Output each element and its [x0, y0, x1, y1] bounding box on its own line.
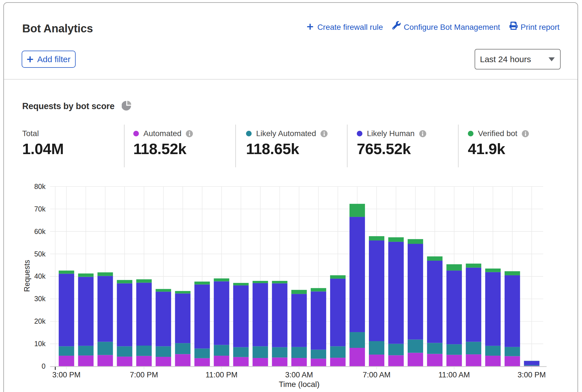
- likely-human-dot: [357, 131, 362, 136]
- add-filter-button[interactable]: Add filter: [22, 51, 76, 68]
- automated-dot: [133, 131, 139, 136]
- x-tick-label: 3:00 AM: [285, 371, 313, 379]
- bar-segment-automated: [194, 358, 210, 366]
- bar-segment-verified_bot: [175, 291, 191, 294]
- stat-automated-value: 118.52k: [133, 140, 193, 157]
- wrench-icon: [392, 21, 401, 30]
- bar-segment-likely_human: [59, 274, 74, 346]
- bar-segment-likely_automated: [485, 346, 501, 356]
- bar-segment-likely_automated: [388, 344, 404, 355]
- bar-segment-likely_automated: [369, 341, 384, 355]
- info-icon[interactable]: [186, 130, 193, 137]
- bar-segment-likely_human: [485, 272, 501, 346]
- stat-likely-automated-value: 118.65k: [246, 140, 328, 157]
- x-tick-label: 7:00 AM: [363, 371, 391, 379]
- bar-segment-automated: [408, 353, 423, 366]
- bar-segment-verified_bot: [446, 264, 462, 271]
- info-icon[interactable]: [419, 130, 426, 137]
- bar-segment-likely_human: [272, 283, 287, 347]
- bar-segment-likely_human: [233, 285, 249, 347]
- bar-segment-likely_human: [427, 261, 443, 343]
- x-tick-label: 7:00 PM: [130, 371, 158, 379]
- bar-segment-likely_automated: [330, 346, 346, 358]
- configure-bot-management-link[interactable]: Configure Bot Management: [392, 23, 500, 32]
- create-firewall-rule-link[interactable]: Create firewall rule: [306, 23, 383, 32]
- info-icon[interactable]: [522, 130, 529, 137]
- bar-segment-likely_automated: [311, 350, 326, 359]
- bar-segment-likely_human: [505, 275, 520, 347]
- bar-segment-automated: [98, 355, 113, 366]
- chevron-down-icon: [549, 57, 555, 61]
- bar-segment-likely_automated: [233, 347, 249, 357]
- requests-by-bot-score-chart: 010k20k30k40k50k60k70k80k3:00 PM7:00 PM1…: [0, 169, 582, 392]
- y-axis-title: Requests: [23, 260, 31, 292]
- bar-segment-verified_bot: [78, 274, 94, 277]
- info-icon[interactable]: [321, 130, 328, 137]
- bar-segment-verified_bot: [136, 279, 152, 283]
- bar-segment-verified_bot: [330, 275, 346, 279]
- y-tick-label: 70k: [34, 205, 46, 213]
- bar-segment-likely_automated: [272, 347, 287, 358]
- stat-automated-label: Automated: [143, 129, 181, 138]
- y-tick-label: 40k: [34, 272, 46, 280]
- stat-likely-automated: Likely Automated 118.65k: [246, 129, 328, 157]
- bar-segment-automated: [252, 358, 268, 366]
- bar-segment-likely_automated: [524, 365, 540, 366]
- print-report-link[interactable]: Print report: [509, 23, 560, 32]
- stats-row: Total 1.04M Automated 118.52k Likely Aut…: [4, 127, 578, 170]
- x-axis-title: Time (local): [279, 380, 319, 389]
- bar-segment-verified_bot: [369, 236, 384, 240]
- time-range-value: Last 24 hours: [480, 55, 531, 64]
- print-report-label: Print report: [521, 23, 560, 32]
- y-tick-label: 30k: [34, 295, 46, 303]
- bar-segment-verified_bot: [272, 281, 287, 283]
- bar-segment-verified_bot: [98, 272, 113, 276]
- stat-likely-human: Likely Human 765.52k: [357, 129, 426, 157]
- x-tick-label: 11:00 PM: [206, 371, 238, 379]
- bar-segment-likely_human: [330, 279, 346, 346]
- bar-segment-automated: [427, 354, 443, 366]
- bar-segment-automated: [388, 355, 404, 366]
- y-tick-label: 50k: [34, 250, 46, 258]
- y-tick-label: 20k: [34, 317, 46, 325]
- bar-segment-verified_bot: [466, 263, 481, 267]
- bar-segment-likely_human: [252, 283, 268, 346]
- bar-segment-likely_human: [117, 283, 132, 346]
- bar-segment-automated: [175, 354, 191, 366]
- add-filter-label: Add filter: [37, 55, 70, 64]
- y-tick-label: 10k: [34, 340, 46, 348]
- header-divider: [4, 79, 578, 80]
- y-tick-label: 0: [42, 362, 46, 370]
- bar-segment-likely_automated: [291, 347, 307, 358]
- stat-likely-human-label: Likely Human: [367, 129, 415, 138]
- bar-segment-automated: [214, 356, 229, 366]
- time-range-select[interactable]: Last 24 hours: [475, 49, 561, 69]
- stat-verified-bot: Verified bot 41.9k: [468, 129, 529, 157]
- printer-icon: [509, 22, 518, 30]
- bar-segment-automated: [156, 357, 171, 366]
- bar-segment-verified_bot: [59, 271, 74, 274]
- bar-segment-automated: [311, 359, 326, 366]
- bar-segment-likely_human: [78, 277, 94, 346]
- x-tick-label: 3:00 PM: [52, 371, 81, 379]
- section-title-row: Requests by bot score: [22, 101, 132, 112]
- bar-segment-likely_human: [388, 242, 404, 344]
- bar-segment-likely_human: [349, 217, 365, 332]
- bar-segment-automated: [272, 357, 287, 366]
- bar-segment-verified_bot: [252, 281, 268, 283]
- stat-verified-bot-label: Verified bot: [478, 129, 517, 138]
- bar-segment-automated: [349, 348, 365, 366]
- bar-segment-automated: [291, 358, 307, 366]
- bar-segment-likely_human: [98, 276, 113, 342]
- bar-segment-automated: [136, 356, 152, 366]
- bar-segment-verified_bot: [117, 280, 132, 283]
- bar-segment-likely_human: [408, 244, 423, 339]
- bar-segment-verified_bot: [427, 256, 443, 261]
- bar-segment-likely_human: [291, 294, 307, 347]
- bar-segment-verified_bot: [485, 269, 501, 272]
- bar-segment-verified_bot: [311, 288, 326, 291]
- bar-segment-verified_bot: [349, 204, 365, 217]
- bar-segment-likely_automated: [349, 332, 365, 348]
- stat-divider: [235, 125, 236, 167]
- bar-segment-automated: [466, 354, 481, 366]
